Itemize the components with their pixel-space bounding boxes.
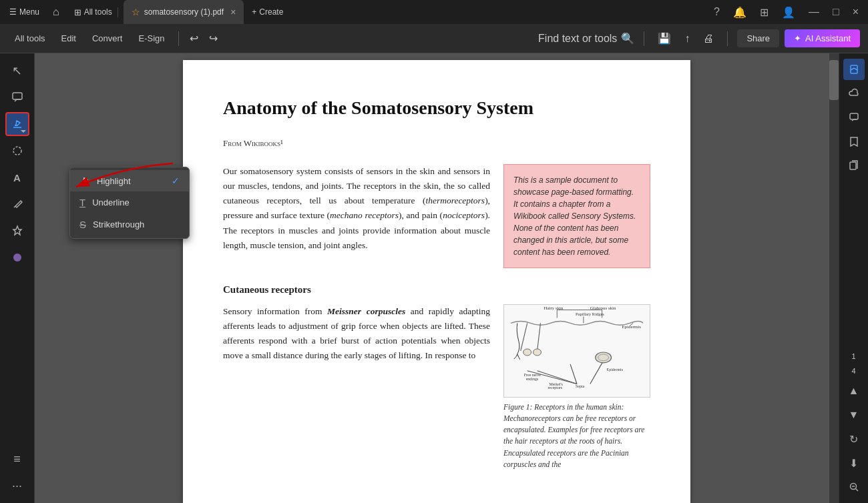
- convert-toolbar-button[interactable]: Convert: [85, 31, 130, 46]
- apps-button[interactable]: ⊞: [756, 6, 773, 19]
- underline-option[interactable]: T Underline: [70, 191, 189, 213]
- scroll-down-button[interactable]: ▼: [843, 404, 865, 426]
- pdf-intro-text: Our somatosensory system consists of sen…: [223, 164, 490, 268]
- pdf-from: From Wikibooks¹: [223, 137, 650, 151]
- home-button[interactable]: ⌂: [49, 6, 63, 18]
- sidebar-lasso-tool[interactable]: [5, 139, 29, 163]
- download-button[interactable]: ⬇: [843, 452, 865, 474]
- sidebar-cursor-tool[interactable]: ↖: [5, 59, 29, 83]
- highlight-dropdown-menu: Highlight ✓ T Underline S Strikethrough: [69, 167, 190, 239]
- pdf-body2-paragraph: Sensory information from Meissner corpus…: [223, 304, 490, 364]
- toolbar: All tools Edit Convert E-Sign ↩ ↪ Find t…: [0, 24, 868, 53]
- menu-button[interactable]: ☰ ☰ Menu Menu: [5, 7, 43, 17]
- alltools-button[interactable]: ⊞ All tools: [69, 7, 118, 17]
- pdf-title: Anatomy of the Somatosensory System: [223, 93, 650, 123]
- svg-text:endings: endings: [526, 376, 539, 380]
- zoom-out-button[interactable]: [843, 476, 865, 498]
- help-button[interactable]: ?: [710, 6, 724, 18]
- strikethrough-option[interactable]: S Strikethrough: [70, 213, 189, 235]
- print-button[interactable]: 🖨: [699, 30, 718, 47]
- svg-text:Glabrous skin: Glabrous skin: [590, 305, 616, 310]
- right-bookmarks-button[interactable]: [843, 59, 865, 80]
- underline-icon: T: [79, 197, 85, 208]
- svg-point-14: [523, 349, 531, 356]
- svg-line-36: [855, 489, 858, 492]
- highlight-option[interactable]: Highlight ✓: [70, 170, 189, 191]
- tab-pdf[interactable]: ☆ somatosensory (1).pdf ×: [124, 0, 244, 24]
- upload-button[interactable]: ↑: [680, 30, 694, 47]
- check-icon: ✓: [172, 175, 180, 186]
- pdf-page: Anatomy of the Somatosensory System From…: [183, 60, 690, 503]
- svg-text:Septa: Septa: [576, 384, 585, 388]
- pdf-subheading: Cutaneous receptors: [223, 282, 650, 298]
- svg-text:Epidermis: Epidermis: [622, 324, 641, 329]
- page-number: 1: [851, 352, 855, 360]
- ai-icon: ✦: [794, 33, 801, 43]
- titlebar: ☰ ☰ Menu Menu ⌂ ⊞ All tools ☆ somatosens…: [0, 0, 868, 24]
- skin-diagram-svg: Hairy skin Glabrous skin: [504, 304, 650, 398]
- plus-icon: +: [252, 7, 256, 17]
- toolbar-divider: [178, 31, 179, 46]
- sidebar-circle-tool[interactable]: [5, 245, 29, 270]
- svg-rect-34: [850, 162, 856, 169]
- ai-assistant-button[interactable]: ✦ AI Assistant: [785, 29, 860, 47]
- scrollbar-thumb[interactable]: [829, 60, 839, 100]
- esign-toolbar-button[interactable]: E-Sign: [132, 31, 171, 46]
- right-pages-button[interactable]: [843, 155, 865, 176]
- sidebar-pin-tool[interactable]: [5, 219, 29, 243]
- edit-toolbar-button[interactable]: Edit: [55, 31, 83, 46]
- save-button[interactable]: 💾: [654, 29, 675, 47]
- pdf-intro-paragraph: Our somatosensory system consists of sen…: [223, 164, 490, 254]
- find-tools-button[interactable]: Find text or tools 🔍: [538, 32, 634, 45]
- account-button[interactable]: 👤: [778, 6, 799, 19]
- pdf-figure-caption: Figure 1: Receptors in the human skin: M…: [503, 402, 650, 471]
- svg-text:receptors: receptors: [548, 386, 562, 390]
- right-chat-button[interactable]: [843, 107, 865, 128]
- strikethrough-icon: S: [79, 219, 86, 230]
- toolbar-divider3: [727, 31, 728, 46]
- skin-diagram-image: Hairy skin Glabrous skin: [503, 304, 650, 398]
- sidebar-comment-tool[interactable]: [5, 85, 29, 109]
- tab-close-button[interactable]: ×: [230, 7, 236, 17]
- right-bookmark2-button[interactable]: [843, 131, 865, 152]
- redo-button[interactable]: ↪: [205, 29, 222, 47]
- toolbar-right: Find text or tools 🔍 💾 ↑ 🖨 Share ✦ AI As…: [538, 29, 860, 47]
- left-sidebar: ↖ A ≡ ···: [0, 53, 35, 503]
- svg-text:Papillary Ridges: Papillary Ridges: [576, 312, 604, 316]
- svg-rect-1: [15, 125, 17, 126]
- pdf-body2-text: Sensory information from Meissner corpus…: [223, 304, 490, 471]
- scroll-up-button[interactable]: ▲: [843, 380, 865, 402]
- alltools-toolbar-button[interactable]: All tools: [8, 31, 52, 46]
- main-layout: ↖ A ≡ ··· Highlight ✓: [0, 53, 868, 503]
- undo-button[interactable]: ↩: [186, 29, 202, 47]
- document-area: Anatomy of the Somatosensory System From…: [35, 53, 839, 503]
- close-button[interactable]: ×: [849, 6, 863, 18]
- vertical-scrollbar[interactable]: [829, 53, 839, 503]
- pdf-body2-section: Sensory information from Meissner corpus…: [223, 304, 650, 471]
- pdf-intro-section: Our somatosensory system consists of sen…: [223, 164, 650, 268]
- new-tab-button[interactable]: + + Create Create: [246, 7, 288, 17]
- right-panel: 1 4 ▲ ▼ ↻ ⬇: [839, 53, 868, 503]
- svg-rect-4: [82, 181, 85, 183]
- svg-rect-33: [850, 113, 858, 119]
- sidebar-pen-tool[interactable]: [5, 192, 29, 216]
- sidebar-menu-tool[interactable]: ≡: [5, 447, 29, 471]
- tab-area: ☆ somatosensory (1).pdf × + + Create Cre…: [124, 0, 704, 24]
- sidebar-highlight-tool[interactable]: [5, 112, 29, 136]
- notifications-button[interactable]: 🔔: [729, 6, 750, 19]
- menu-icon: ☰: [9, 7, 17, 17]
- pdf-figure: Hairy skin Glabrous skin: [503, 304, 650, 471]
- search-icon: 🔍: [621, 32, 634, 45]
- svg-rect-0: [13, 93, 22, 99]
- alltools-icon: ⊞: [74, 7, 81, 17]
- right-cloud-button[interactable]: [843, 83, 865, 104]
- share-button[interactable]: Share: [737, 29, 779, 47]
- sidebar-text-tool[interactable]: A: [5, 165, 29, 189]
- tab-star-icon: ☆: [132, 7, 140, 17]
- refresh-button[interactable]: ↻: [843, 428, 865, 450]
- minimize-button[interactable]: —: [805, 6, 823, 18]
- toolbar-divider2: [644, 31, 644, 46]
- maximize-button[interactable]: □: [829, 6, 843, 18]
- svg-point-15: [533, 349, 541, 356]
- sidebar-more-tool[interactable]: ···: [5, 474, 29, 498]
